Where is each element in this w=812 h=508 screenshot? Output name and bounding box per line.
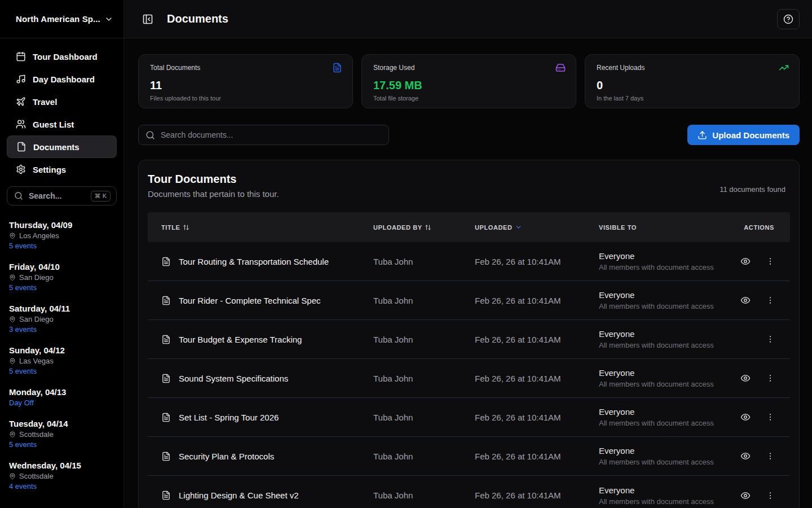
day-date: Friday, 04/10 (9, 262, 117, 271)
help-button[interactable] (777, 9, 800, 29)
day-date: Thursday, 04/09 (9, 220, 117, 230)
row-menu-button[interactable] (762, 292, 779, 309)
stat-label: Storage Used (373, 64, 564, 72)
view-document-button[interactable] (737, 370, 754, 387)
sidebar-item-day-dashboard[interactable]: Day Dashboard (7, 68, 117, 90)
upload-documents-button[interactable]: Upload Documents (687, 125, 800, 145)
day-date: Wednesday, 04/15 (9, 461, 117, 470)
file-icon (16, 142, 27, 152)
column-header-uploaded-by[interactable]: Uploaded By (373, 224, 475, 231)
sidebar-item-label: Settings (33, 165, 66, 174)
sort-desc-icon (515, 224, 522, 231)
uploaded-date: Feb 26, 26 at 10:41AM (475, 335, 599, 344)
map-pin-icon (9, 473, 16, 480)
documents-count: 11 documents found (720, 185, 785, 194)
org-name: North American Sp... (16, 14, 100, 24)
visible-to-sub: All members with document access (599, 497, 737, 506)
sidebar-nav: Tour Dashboard Day Dashboard Travel Gues… (0, 38, 123, 181)
row-menu-button[interactable] (762, 448, 779, 465)
column-header-title[interactable]: Title (148, 224, 373, 231)
day-events-link[interactable]: 3 events (9, 325, 117, 334)
column-label: Title (161, 224, 180, 231)
sidebar-item-guest-list[interactable]: Guest List (7, 113, 117, 135)
uploaded-date: Feb 26, 26 at 10:41AM (475, 257, 599, 266)
uploaded-by: Tuba John (373, 413, 475, 422)
sidebar-day-list: Thursday, 04/09 Los Angeles 5 events Fri… (0, 205, 123, 502)
uploaded-by: Tuba John (373, 491, 475, 500)
map-pin-icon (9, 431, 16, 438)
row-menu-button[interactable] (762, 487, 779, 504)
day-events-link[interactable]: 5 events (9, 242, 117, 250)
collapse-sidebar-button[interactable] (142, 14, 153, 25)
view-document-button[interactable] (737, 448, 754, 465)
document-title: Tour Budget & Expense Tracking (179, 335, 302, 344)
content: Total Documents 11 Files uploaded to thi… (124, 38, 812, 508)
users-icon (16, 119, 26, 129)
panel-head: Tour Documents Documents that pertain to… (148, 160, 790, 212)
sidebar-search-placeholder: Search... (29, 191, 85, 200)
uploaded-date: Feb 26, 26 at 10:41AM (475, 452, 599, 461)
document-title: Lighting Design & Cue Sheet v2 (179, 491, 299, 500)
column-header-uploaded[interactable]: Uploaded (475, 224, 599, 231)
row-menu-button[interactable] (762, 409, 779, 426)
sidebar-item-tour-dashboard[interactable]: Tour Dashboard (7, 45, 117, 68)
sidebar: North American Sp... Tour Dashboard Day … (0, 0, 124, 508)
uploaded-date: Feb 26, 26 at 10:41AM (475, 491, 599, 500)
upload-icon (698, 130, 707, 140)
panel-left-close-icon (142, 14, 153, 25)
visible-to-sub: All members with document access (599, 263, 737, 271)
column-header-visible-to: Visible To (599, 224, 737, 231)
org-switcher[interactable]: North American Sp... (0, 0, 123, 38)
sidebar-search[interactable]: Search... ⌘ K (7, 186, 117, 205)
sidebar-item-label: Documents (33, 142, 80, 152)
kebab-menu-icon (766, 452, 775, 461)
sidebar-item-label: Guest List (33, 120, 74, 129)
visible-to-sub: All members with document access (599, 380, 737, 388)
file-text-icon (161, 374, 171, 383)
stat-sub: Files uploaded to this tour (150, 95, 341, 102)
visible-to: Everyone (599, 251, 737, 261)
document-row: Lighting Design & Cue Sheet v2 Tuba John… (148, 476, 790, 508)
panel-subtitle: Documents that pertain to this tour. (148, 189, 279, 199)
day-off-link[interactable]: Day Off (9, 398, 117, 407)
file-text-icon (161, 296, 171, 305)
sidebar-item-travel[interactable]: Travel (7, 90, 117, 113)
row-menu-button[interactable] (762, 331, 779, 348)
sort-icon (425, 224, 431, 231)
stat-card-recent-uploads: Recent Uploads 0 In the last 7 days (585, 54, 800, 108)
view-document-button[interactable] (737, 409, 754, 426)
visible-to: Everyone (599, 485, 737, 495)
uploaded-date: Feb 26, 26 at 10:41AM (475, 413, 599, 422)
view-document-button[interactable] (737, 292, 754, 309)
panel-title: Tour Documents (148, 173, 279, 186)
view-document-button[interactable] (737, 487, 754, 504)
sidebar-item-settings[interactable]: Settings (7, 158, 117, 181)
day-events-link[interactable]: 4 events (9, 482, 117, 491)
sidebar-item-documents[interactable]: Documents (7, 135, 117, 158)
kebab-menu-icon (766, 296, 775, 305)
search-documents-input[interactable] (161, 130, 382, 139)
sidebar-item-label: Tour Dashboard (33, 52, 98, 62)
stat-label: Total Documents (150, 64, 341, 72)
main-area: Documents Total Documents 11 Files uploa… (124, 0, 812, 508)
view-document-button[interactable] (737, 253, 754, 270)
day-events-link[interactable]: 5 events (9, 440, 117, 449)
day-item: Tuesday, 04/14 Scottsdale 5 events (9, 419, 117, 449)
day-events-link[interactable]: 5 events (9, 283, 117, 292)
upload-button-label: Upload Documents (712, 130, 789, 140)
document-title: Security Plan & Protocols (179, 452, 274, 461)
sort-icon (183, 224, 189, 231)
circle-help-icon (783, 14, 793, 24)
row-menu-button[interactable] (762, 253, 779, 270)
hard-drive-icon (555, 63, 566, 73)
app-root: North American Sp... Tour Dashboard Day … (0, 0, 812, 508)
visible-to: Everyone (599, 290, 737, 300)
day-events-link[interactable]: 5 events (9, 367, 117, 375)
stat-card-total-documents: Total Documents 11 Files uploaded to thi… (138, 54, 353, 108)
map-pin-icon (9, 316, 16, 323)
day-date: Saturday, 04/11 (9, 304, 117, 313)
row-menu-button[interactable] (762, 370, 779, 387)
topbar: Documents (124, 0, 812, 38)
document-row: Tour Rider - Complete Technical Spec Tub… (148, 281, 790, 320)
document-row: Tour Routing & Transportation Schedule T… (148, 242, 790, 281)
